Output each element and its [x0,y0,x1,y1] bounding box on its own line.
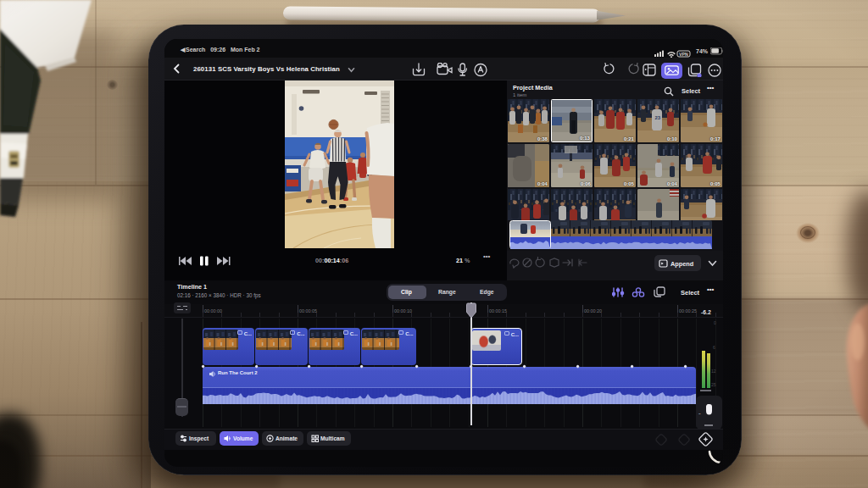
svg-text:VPN: VPN [679,52,688,57]
